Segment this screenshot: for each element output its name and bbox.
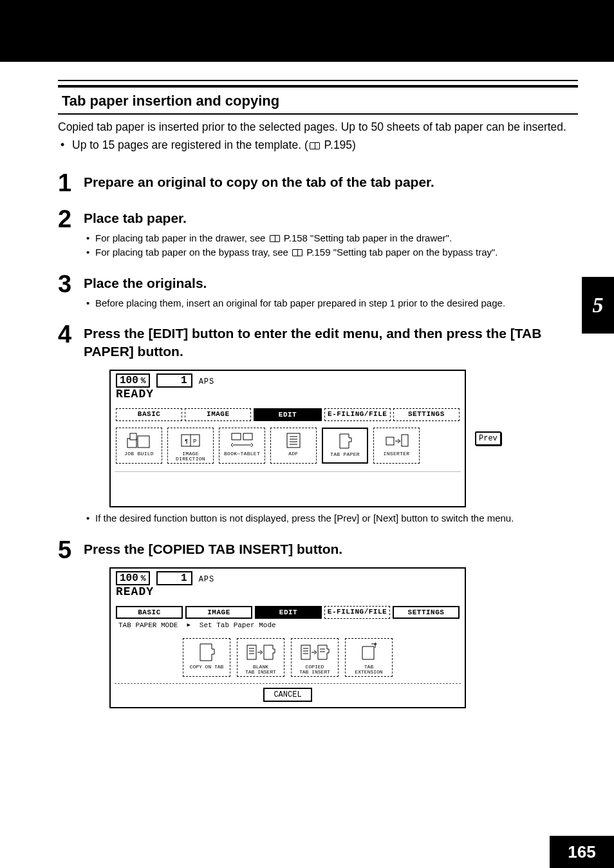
book-tablet-icon [221, 431, 263, 450]
step-sub-ref: P.159 "Setting tab paper on the bypass t… [304, 247, 498, 258]
zoom-pct: % [141, 376, 146, 386]
job-build-button[interactable]: JOB BUILD [116, 428, 162, 464]
step-number: 1 [58, 171, 84, 195]
mode-button-row: COPY ON TAB BLANK TAB INSERT [111, 632, 465, 681]
blank-tab-insert-button[interactable]: BLANK TAB INSERT [237, 638, 284, 677]
tab-image[interactable]: IMAGE [185, 408, 251, 421]
tab-basic[interactable]: BASIC [116, 606, 183, 619]
top-black-band [0, 0, 614, 62]
btn-label: ADF [288, 451, 298, 457]
copy-on-tab-button[interactable]: COPY ON TAB [183, 638, 230, 677]
aps-indicator: APS [199, 575, 215, 585]
step-number: 3 [58, 272, 84, 296]
step-sub-item: For placing tab paper in the drawer, see… [84, 231, 578, 246]
step-4: 4 Press the [EDIT] button to enter the e… [58, 322, 578, 526]
svg-rect-2 [130, 433, 136, 440]
image-direction-button[interactable]: ¶P IMAGE DIRECTION [167, 428, 214, 464]
btn-label: BOOK↔TABLET [224, 451, 260, 457]
tab-extension-icon [347, 641, 391, 663]
tab-extension-button[interactable]: TAB EXTENSION [345, 638, 393, 677]
book-icon [270, 235, 280, 242]
btn-label: COPY ON TAB [190, 665, 224, 670]
tab-settings[interactable]: SETTINGS [393, 408, 460, 421]
rule-thin [58, 80, 578, 81]
job-build-icon [118, 431, 160, 450]
chapter-tab: 5 [582, 277, 614, 334]
svg-rect-9 [287, 433, 300, 448]
tab-row: BASIC IMAGE EDIT E-FILING/FILE SETTINGS [111, 408, 465, 421]
edit-icon-row: JOB BUILD ¶P IMAGE DIRECTION [111, 421, 465, 468]
tab-settings[interactable]: SETTINGS [393, 606, 460, 619]
tab-basic[interactable]: BASIC [116, 408, 182, 421]
zoom-value: 100 [120, 375, 138, 386]
step-sub-text: For placing tab paper in the drawer, see [95, 232, 268, 243]
step-after-note-list: If the desired function button is not di… [84, 511, 578, 526]
copy-on-tab-icon [185, 641, 228, 663]
lcd-screen-edit-menu: 100% 1 APS READY BASIC IMAGE EDIT E-FILI… [109, 370, 466, 508]
svg-rect-15 [402, 435, 408, 446]
btn-label: COPIED TAB INSERT [299, 665, 330, 675]
tab-paper-button[interactable]: TAB PAPER [322, 428, 368, 464]
step-sub-item: For placing tab paper on the bypass tray… [84, 245, 578, 260]
step-title: Press the [EDIT] button to enter the edi… [84, 325, 578, 360]
tab-image[interactable]: IMAGE [185, 606, 252, 619]
step-sub-list: Before placing them, insert an original … [84, 296, 578, 311]
tab-edit[interactable]: EDIT [254, 408, 321, 421]
svg-rect-1 [138, 436, 149, 448]
step-1: 1 Prepare an original to copy on the tab… [58, 171, 578, 195]
book-tablet-button[interactable]: BOOK↔TABLET [219, 428, 265, 464]
zoom-indicator: 100% [116, 373, 150, 388]
copied-tab-insert-button[interactable]: COPIED TAB INSERT [291, 638, 339, 677]
tab-paper-icon [324, 431, 366, 451]
section-intro: Copied tab paper is inserted prior to th… [58, 120, 578, 135]
prev-button[interactable]: Prev [475, 431, 501, 446]
status-ready: READY [111, 388, 465, 404]
zoom-pct: % [141, 574, 146, 583]
copy-count: 1 [156, 571, 192, 585]
tab-paper-mode-row: TAB PAPER MODE ▶ Set Tab Paper Mode [111, 619, 465, 632]
copy-count: 1 [156, 373, 192, 388]
step-after-note: If the desired function button is not di… [84, 511, 578, 526]
zoom-value: 100 [120, 572, 138, 584]
svg-rect-20 [301, 645, 310, 659]
step-2: 2 Place tab paper. For placing tab paper… [58, 207, 578, 260]
step-sub-text: Before placing them, insert an original … [95, 297, 505, 308]
mode-label: TAB PAPER MODE [118, 621, 178, 629]
tab-efiling-file[interactable]: E-FILING/FILE [324, 606, 390, 619]
intro-bullet: Up to 15 pages are registered in the tem… [58, 138, 578, 153]
inserter-icon [375, 431, 418, 450]
step-3: 3 Place the originals. Before placing th… [58, 272, 578, 310]
page-number: 165 [550, 836, 614, 868]
step-title: Prepare an original to copy on the tab o… [84, 173, 578, 191]
step-sub-list: For placing tab paper in the drawer, see… [84, 231, 578, 260]
aps-indicator: APS [199, 377, 215, 388]
blank-tab-insert-icon [239, 641, 283, 663]
image-direction-icon: ¶P [169, 431, 212, 450]
svg-rect-14 [386, 437, 394, 445]
svg-rect-7 [232, 433, 241, 440]
intro-bullet-list: Up to 15 pages are registered in the tem… [58, 138, 578, 153]
adf-button[interactable]: ADF [270, 428, 317, 464]
btn-label: JOB BUILD [124, 451, 154, 457]
btn-label: TAB PAPER [330, 452, 360, 457]
inserter-button[interactable]: INSERTER [373, 428, 420, 464]
step-number: 2 [58, 207, 84, 231]
step-sub-text: For placing tab paper on the bypass tray… [95, 247, 291, 258]
btn-label: IMAGE DIRECTION [169, 451, 212, 462]
btn-label: TAB EXTENSION [355, 665, 382, 675]
intro-bullet-ref: P.195) [321, 138, 356, 151]
cancel-button[interactable]: CANCEL [263, 688, 312, 702]
triangle-icon: ▶ [187, 621, 190, 628]
tab-row: BASIC IMAGE EDIT E-FILING/FILE SETTINGS [111, 606, 465, 619]
intro-bullet-text: Up to 15 pages are registered in the tem… [72, 138, 308, 151]
step-sub-ref: P.158 "Setting tab paper in the drawer". [281, 232, 452, 243]
copied-tab-insert-icon [293, 641, 337, 663]
status-ready: READY [111, 585, 465, 602]
mode-hint: Set Tab Paper Mode [200, 621, 276, 629]
section-title: Tab paper insertion and copying [62, 93, 578, 109]
tab-efiling-file[interactable]: E-FILING/FILE [324, 408, 391, 421]
svg-rect-16 [247, 645, 256, 659]
svg-text:P: P [193, 439, 196, 445]
tab-edit[interactable]: EDIT [255, 606, 322, 619]
adf-icon [272, 431, 315, 450]
